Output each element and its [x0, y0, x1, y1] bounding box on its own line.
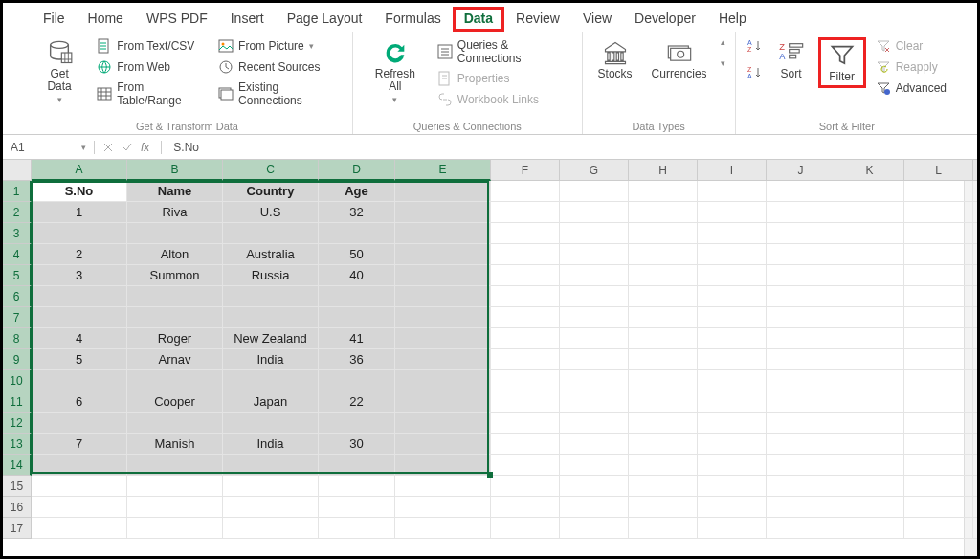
row-header-3[interactable]: 3 — [3, 223, 32, 244]
row-header-4[interactable]: 4 — [3, 244, 32, 265]
row-header-5[interactable]: 5 — [3, 265, 32, 286]
cell-M15[interactable] — [973, 476, 977, 497]
cell-C15[interactable] — [223, 476, 319, 497]
col-header-H[interactable]: H — [629, 160, 698, 181]
row-header-1[interactable]: 1 — [3, 181, 32, 202]
tab-wps-pdf[interactable]: WPS PDF — [135, 7, 219, 32]
cell-F4[interactable] — [491, 244, 560, 265]
sort-asc-button[interactable]: AZ — [746, 37, 765, 55]
cell-J3[interactable] — [767, 223, 835, 244]
cell-A4[interactable]: 2 — [32, 244, 127, 265]
cell-M10[interactable] — [973, 370, 977, 391]
cell-F9[interactable] — [491, 349, 560, 370]
cell-E11[interactable] — [395, 391, 491, 413]
cell-C16[interactable] — [223, 497, 319, 518]
cell-J1[interactable] — [767, 181, 835, 202]
cell-I7[interactable] — [698, 307, 767, 328]
cell-E7[interactable] — [395, 307, 491, 328]
cell-D8[interactable]: 41 — [319, 328, 395, 349]
cell-K4[interactable] — [835, 244, 904, 265]
cell-J6[interactable] — [767, 286, 835, 307]
cell-C12[interactable] — [223, 413, 319, 434]
cell-L17[interactable] — [904, 518, 973, 539]
cell-F13[interactable] — [491, 434, 560, 455]
cell-H7[interactable] — [629, 307, 698, 328]
cell-D2[interactable]: 32 — [319, 202, 395, 223]
get-data-button[interactable]: Get Data ▾ — [32, 37, 87, 106]
cell-J5[interactable] — [767, 265, 835, 286]
cell-C6[interactable] — [223, 286, 319, 307]
col-header-F[interactable]: F — [491, 160, 560, 181]
cell-K11[interactable] — [835, 391, 904, 413]
row-header-15[interactable]: 15 — [3, 476, 32, 497]
col-header-C[interactable]: C — [223, 160, 319, 181]
cell-L2[interactable] — [904, 202, 973, 223]
cell-A7[interactable] — [32, 307, 127, 328]
cell-H3[interactable] — [629, 223, 698, 244]
cell-J13[interactable] — [767, 434, 835, 455]
cell-J4[interactable] — [767, 244, 835, 265]
cell-B3[interactable] — [127, 223, 223, 244]
cell-J8[interactable] — [767, 328, 835, 349]
cell-L6[interactable] — [904, 286, 973, 307]
row-header-10[interactable]: 10 — [3, 370, 32, 391]
cell-I13[interactable] — [698, 434, 767, 455]
col-header-B[interactable]: B — [127, 160, 223, 181]
row-header-7[interactable]: 7 — [3, 307, 32, 328]
cell-K8[interactable] — [835, 328, 904, 349]
cell-L11[interactable] — [904, 391, 973, 413]
cell-A13[interactable]: 7 — [32, 434, 127, 455]
cell-A5[interactable]: 3 — [32, 265, 127, 286]
cell-J7[interactable] — [767, 307, 835, 328]
row-header-2[interactable]: 2 — [3, 202, 32, 223]
row-header-9[interactable]: 9 — [3, 349, 32, 370]
from-table-range-button[interactable]: From Table/Range — [95, 79, 209, 108]
cell-K7[interactable] — [835, 307, 904, 328]
cell-K14[interactable] — [835, 455, 904, 476]
cell-J11[interactable] — [767, 391, 835, 413]
cell-M7[interactable] — [973, 307, 977, 328]
cell-D12[interactable] — [319, 413, 395, 434]
cell-L1[interactable] — [904, 181, 973, 202]
cell-L16[interactable] — [904, 497, 973, 518]
cell-G16[interactable] — [560, 497, 629, 518]
cell-E14[interactable] — [395, 455, 491, 476]
cell-B5[interactable]: Summon — [127, 265, 223, 286]
from-text-csv-button[interactable]: From Text/CSV — [95, 37, 209, 55]
cell-C5[interactable]: Russia — [223, 265, 319, 286]
cell-F5[interactable] — [491, 265, 560, 286]
cell-I15[interactable] — [698, 476, 767, 497]
cell-C17[interactable] — [223, 518, 319, 539]
cell-M4[interactable] — [973, 244, 977, 265]
cell-I9[interactable] — [698, 349, 767, 370]
from-web-button[interactable]: From Web — [95, 58, 209, 76]
sort-button[interactable]: ZA Sort — [772, 37, 811, 82]
cell-K13[interactable] — [835, 434, 904, 455]
cell-M9[interactable] — [973, 349, 977, 370]
cell-B11[interactable]: Cooper — [127, 391, 223, 413]
fx-icon[interactable]: fx — [141, 141, 149, 154]
cell-M8[interactable] — [973, 328, 977, 349]
cell-B7[interactable] — [127, 307, 223, 328]
cell-E1[interactable] — [395, 181, 491, 202]
cell-M3[interactable] — [973, 223, 977, 244]
cell-H9[interactable] — [629, 349, 698, 370]
cell-H15[interactable] — [629, 476, 698, 497]
cell-L5[interactable] — [904, 265, 973, 286]
cell-G12[interactable] — [560, 413, 629, 434]
cell-C1[interactable]: Country — [223, 181, 319, 202]
filter-button[interactable]: Filter — [818, 37, 866, 88]
tab-review[interactable]: Review — [504, 7, 571, 32]
cell-F7[interactable] — [491, 307, 560, 328]
cell-A12[interactable] — [32, 413, 127, 434]
cell-D4[interactable]: 50 — [319, 244, 395, 265]
cell-M16[interactable] — [973, 497, 977, 518]
cell-E8[interactable] — [395, 328, 491, 349]
cell-G1[interactable] — [560, 181, 629, 202]
cell-F1[interactable] — [491, 181, 560, 202]
cell-C10[interactable] — [223, 370, 319, 391]
cell-B14[interactable] — [127, 455, 223, 476]
cell-G13[interactable] — [560, 434, 629, 455]
cell-E6[interactable] — [395, 286, 491, 307]
cell-M11[interactable] — [973, 391, 977, 413]
